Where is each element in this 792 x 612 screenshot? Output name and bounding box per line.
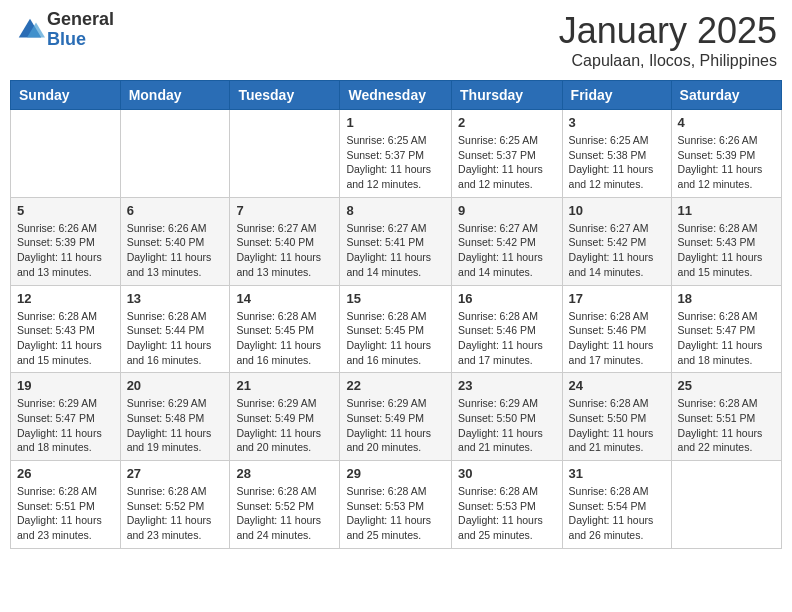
day-cell: 24Sunrise: 6:28 AM Sunset: 5:50 PM Dayli… <box>562 373 671 461</box>
day-info: Sunrise: 6:28 AM Sunset: 5:51 PM Dayligh… <box>17 484 114 543</box>
weekday-header-friday: Friday <box>562 81 671 110</box>
week-row-2: 5Sunrise: 6:26 AM Sunset: 5:39 PM Daylig… <box>11 197 782 285</box>
day-info: Sunrise: 6:29 AM Sunset: 5:47 PM Dayligh… <box>17 396 114 455</box>
day-number: 15 <box>346 291 445 306</box>
day-info: Sunrise: 6:29 AM Sunset: 5:50 PM Dayligh… <box>458 396 556 455</box>
day-info: Sunrise: 6:28 AM Sunset: 5:50 PM Dayligh… <box>569 396 665 455</box>
day-info: Sunrise: 6:28 AM Sunset: 5:43 PM Dayligh… <box>17 309 114 368</box>
day-cell: 2Sunrise: 6:25 AM Sunset: 5:37 PM Daylig… <box>452 110 563 198</box>
day-cell: 8Sunrise: 6:27 AM Sunset: 5:41 PM Daylig… <box>340 197 452 285</box>
day-info: Sunrise: 6:27 AM Sunset: 5:41 PM Dayligh… <box>346 221 445 280</box>
day-cell <box>671 461 781 549</box>
day-number: 27 <box>127 466 224 481</box>
day-number: 16 <box>458 291 556 306</box>
day-number: 18 <box>678 291 775 306</box>
week-row-5: 26Sunrise: 6:28 AM Sunset: 5:51 PM Dayli… <box>11 461 782 549</box>
day-info: Sunrise: 6:29 AM Sunset: 5:48 PM Dayligh… <box>127 396 224 455</box>
day-cell: 9Sunrise: 6:27 AM Sunset: 5:42 PM Daylig… <box>452 197 563 285</box>
day-number: 3 <box>569 115 665 130</box>
day-info: Sunrise: 6:26 AM Sunset: 5:39 PM Dayligh… <box>17 221 114 280</box>
logo-icon <box>15 15 45 45</box>
day-number: 11 <box>678 203 775 218</box>
day-info: Sunrise: 6:28 AM Sunset: 5:45 PM Dayligh… <box>236 309 333 368</box>
logo-text: General Blue <box>47 10 114 50</box>
weekday-header-saturday: Saturday <box>671 81 781 110</box>
day-cell: 27Sunrise: 6:28 AM Sunset: 5:52 PM Dayli… <box>120 461 230 549</box>
day-cell: 11Sunrise: 6:28 AM Sunset: 5:43 PM Dayli… <box>671 197 781 285</box>
day-number: 28 <box>236 466 333 481</box>
day-cell: 18Sunrise: 6:28 AM Sunset: 5:47 PM Dayli… <box>671 285 781 373</box>
day-number: 30 <box>458 466 556 481</box>
day-number: 22 <box>346 378 445 393</box>
day-number: 9 <box>458 203 556 218</box>
weekday-header-sunday: Sunday <box>11 81 121 110</box>
day-cell <box>230 110 340 198</box>
day-cell: 15Sunrise: 6:28 AM Sunset: 5:45 PM Dayli… <box>340 285 452 373</box>
day-number: 10 <box>569 203 665 218</box>
day-number: 26 <box>17 466 114 481</box>
week-row-3: 12Sunrise: 6:28 AM Sunset: 5:43 PM Dayli… <box>11 285 782 373</box>
day-cell: 19Sunrise: 6:29 AM Sunset: 5:47 PM Dayli… <box>11 373 121 461</box>
day-cell: 20Sunrise: 6:29 AM Sunset: 5:48 PM Dayli… <box>120 373 230 461</box>
day-number: 1 <box>346 115 445 130</box>
day-info: Sunrise: 6:28 AM Sunset: 5:54 PM Dayligh… <box>569 484 665 543</box>
day-info: Sunrise: 6:28 AM Sunset: 5:53 PM Dayligh… <box>458 484 556 543</box>
day-number: 12 <box>17 291 114 306</box>
day-info: Sunrise: 6:27 AM Sunset: 5:42 PM Dayligh… <box>458 221 556 280</box>
day-cell: 10Sunrise: 6:27 AM Sunset: 5:42 PM Dayli… <box>562 197 671 285</box>
day-cell: 13Sunrise: 6:28 AM Sunset: 5:44 PM Dayli… <box>120 285 230 373</box>
weekday-header-thursday: Thursday <box>452 81 563 110</box>
logo-blue-text: Blue <box>47 30 114 50</box>
day-number: 21 <box>236 378 333 393</box>
day-cell: 25Sunrise: 6:28 AM Sunset: 5:51 PM Dayli… <box>671 373 781 461</box>
calendar-table: SundayMondayTuesdayWednesdayThursdayFrid… <box>10 80 782 549</box>
day-number: 29 <box>346 466 445 481</box>
day-cell: 12Sunrise: 6:28 AM Sunset: 5:43 PM Dayli… <box>11 285 121 373</box>
day-number: 14 <box>236 291 333 306</box>
day-number: 31 <box>569 466 665 481</box>
day-info: Sunrise: 6:29 AM Sunset: 5:49 PM Dayligh… <box>236 396 333 455</box>
day-cell: 29Sunrise: 6:28 AM Sunset: 5:53 PM Dayli… <box>340 461 452 549</box>
day-info: Sunrise: 6:26 AM Sunset: 5:40 PM Dayligh… <box>127 221 224 280</box>
day-cell: 14Sunrise: 6:28 AM Sunset: 5:45 PM Dayli… <box>230 285 340 373</box>
day-number: 24 <box>569 378 665 393</box>
day-info: Sunrise: 6:25 AM Sunset: 5:38 PM Dayligh… <box>569 133 665 192</box>
day-cell: 6Sunrise: 6:26 AM Sunset: 5:40 PM Daylig… <box>120 197 230 285</box>
day-info: Sunrise: 6:28 AM Sunset: 5:52 PM Dayligh… <box>236 484 333 543</box>
day-cell: 3Sunrise: 6:25 AM Sunset: 5:38 PM Daylig… <box>562 110 671 198</box>
day-number: 6 <box>127 203 224 218</box>
day-cell: 28Sunrise: 6:28 AM Sunset: 5:52 PM Dayli… <box>230 461 340 549</box>
day-number: 7 <box>236 203 333 218</box>
day-info: Sunrise: 6:27 AM Sunset: 5:40 PM Dayligh… <box>236 221 333 280</box>
day-number: 4 <box>678 115 775 130</box>
weekday-header-monday: Monday <box>120 81 230 110</box>
day-cell: 30Sunrise: 6:28 AM Sunset: 5:53 PM Dayli… <box>452 461 563 549</box>
day-number: 23 <box>458 378 556 393</box>
day-info: Sunrise: 6:27 AM Sunset: 5:42 PM Dayligh… <box>569 221 665 280</box>
title-section: January 2025 Capulaan, Ilocos, Philippin… <box>559 10 777 70</box>
day-info: Sunrise: 6:25 AM Sunset: 5:37 PM Dayligh… <box>458 133 556 192</box>
day-number: 2 <box>458 115 556 130</box>
day-info: Sunrise: 6:28 AM Sunset: 5:52 PM Dayligh… <box>127 484 224 543</box>
day-cell: 21Sunrise: 6:29 AM Sunset: 5:49 PM Dayli… <box>230 373 340 461</box>
day-cell: 22Sunrise: 6:29 AM Sunset: 5:49 PM Dayli… <box>340 373 452 461</box>
day-info: Sunrise: 6:28 AM Sunset: 5:45 PM Dayligh… <box>346 309 445 368</box>
day-cell: 31Sunrise: 6:28 AM Sunset: 5:54 PM Dayli… <box>562 461 671 549</box>
location-subtitle: Capulaan, Ilocos, Philippines <box>559 52 777 70</box>
day-cell: 17Sunrise: 6:28 AM Sunset: 5:46 PM Dayli… <box>562 285 671 373</box>
day-cell: 4Sunrise: 6:26 AM Sunset: 5:39 PM Daylig… <box>671 110 781 198</box>
day-number: 8 <box>346 203 445 218</box>
day-number: 19 <box>17 378 114 393</box>
day-cell: 16Sunrise: 6:28 AM Sunset: 5:46 PM Dayli… <box>452 285 563 373</box>
day-info: Sunrise: 6:28 AM Sunset: 5:46 PM Dayligh… <box>458 309 556 368</box>
day-info: Sunrise: 6:29 AM Sunset: 5:49 PM Dayligh… <box>346 396 445 455</box>
weekday-header-row: SundayMondayTuesdayWednesdayThursdayFrid… <box>11 81 782 110</box>
day-cell <box>120 110 230 198</box>
logo-general-text: General <box>47 10 114 30</box>
day-cell: 7Sunrise: 6:27 AM Sunset: 5:40 PM Daylig… <box>230 197 340 285</box>
day-cell: 5Sunrise: 6:26 AM Sunset: 5:39 PM Daylig… <box>11 197 121 285</box>
day-cell: 23Sunrise: 6:29 AM Sunset: 5:50 PM Dayli… <box>452 373 563 461</box>
day-info: Sunrise: 6:28 AM Sunset: 5:47 PM Dayligh… <box>678 309 775 368</box>
weekday-header-tuesday: Tuesday <box>230 81 340 110</box>
day-info: Sunrise: 6:28 AM Sunset: 5:53 PM Dayligh… <box>346 484 445 543</box>
